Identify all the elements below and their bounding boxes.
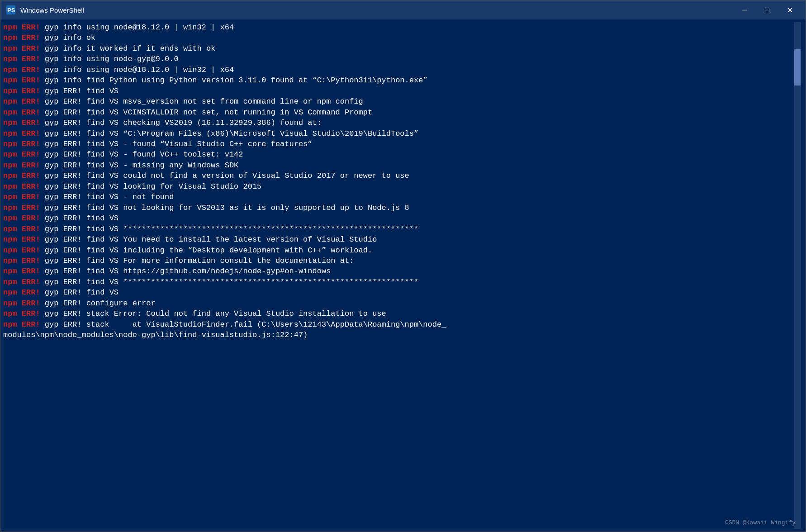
- terminal-line-text: gyp ERR! find VS could not find a versio…: [45, 171, 409, 181]
- window-title: Windows PowerShell: [20, 6, 84, 14]
- terminal-line-text: gyp ERR! find VS: [45, 213, 119, 223]
- terminal-line: npm ERR! gyp info using node@18.12.0 | w…: [3, 65, 794, 75]
- terminal-line-text: gyp ERR! find VS You need to install the…: [45, 234, 377, 245]
- npm-err-prefix: npm ERR!: [3, 149, 45, 160]
- terminal-line-text: gyp info using node-gyp@9.0.0: [45, 54, 179, 64]
- terminal-line: npm ERR! gyp ERR! find VS - found “Visua…: [3, 139, 794, 149]
- npm-err-prefix: npm ERR!: [3, 118, 45, 128]
- npm-err-prefix: npm ERR!: [3, 33, 45, 43]
- terminal-line-text: gyp ERR! find VS looking for Visual Stud…: [45, 181, 261, 192]
- titlebar: PS Windows PowerShell ─ □ ✕: [0, 0, 806, 19]
- terminal-line: npm ERR! gyp ERR! find VS **************…: [3, 277, 794, 287]
- terminal-line: npm ERR! gyp ERR! find VS “C:\Program Fi…: [3, 128, 794, 139]
- terminal-line-text: gyp ERR! find VS ***********************…: [45, 277, 418, 287]
- terminal-line: npm ERR! gyp ERR! find VS: [3, 86, 794, 96]
- terminal-line: modules\npm\node_modules\node-gyp\lib\fi…: [3, 330, 794, 340]
- terminal-line-text: modules\npm\node_modules\node-gyp\lib\fi…: [3, 330, 308, 340]
- terminal-line-text: gyp info using node@18.12.0 | win32 | x6…: [45, 22, 234, 33]
- npm-err-prefix: npm ERR!: [3, 171, 45, 181]
- npm-err-prefix: npm ERR!: [3, 298, 45, 309]
- terminal-line-text: gyp ERR! find VS: [45, 287, 119, 298]
- terminal-line: npm ERR! gyp ERR! find VS looking for Vi…: [3, 181, 794, 192]
- terminal-content: npm ERR! gyp info using node@18.12.0 | w…: [3, 22, 794, 529]
- terminal-line: npm ERR! gyp ERR! find VS: [3, 287, 794, 298]
- npm-err-prefix: npm ERR!: [3, 213, 45, 223]
- terminal-line-text: gyp ERR! find VS: [45, 86, 119, 96]
- npm-err-prefix: npm ERR!: [3, 181, 45, 192]
- npm-err-prefix: npm ERR!: [3, 245, 45, 256]
- powershell-icon: PS: [6, 5, 16, 15]
- terminal-line: npm ERR! gyp ERR! find VS not looking fo…: [3, 203, 794, 213]
- scrollbar-thumb[interactable]: [794, 49, 801, 86]
- terminal-line: npm ERR! gyp ERR! find VS - not found: [3, 192, 794, 202]
- npm-err-prefix: npm ERR!: [3, 224, 45, 234]
- watermark: CSDN @Kawaii Wingify: [725, 519, 796, 526]
- terminal-line: npm ERR! gyp ERR! find VS - missing any …: [3, 160, 794, 171]
- close-button[interactable]: ✕: [779, 3, 800, 17]
- npm-err-prefix: npm ERR!: [3, 287, 45, 298]
- terminal-line: npm ERR! gyp ERR! find VS could not find…: [3, 171, 794, 181]
- minimize-button[interactable]: ─: [734, 3, 755, 17]
- terminal-line: npm ERR! gyp ERR! find VS VCINSTALLDIR n…: [3, 107, 794, 118]
- terminal-line-text: gyp ERR! stack Error: Could not find any…: [45, 309, 386, 319]
- npm-err-prefix: npm ERR!: [3, 192, 45, 202]
- terminal-line-text: gyp ERR! find VS - found VC++ toolset: v…: [45, 149, 243, 160]
- terminal-line-text: gyp ERR! stack at VisualStudioFinder.fai…: [45, 319, 446, 330]
- npm-err-prefix: npm ERR!: [3, 234, 45, 245]
- svg-text:PS: PS: [7, 7, 15, 14]
- npm-err-prefix: npm ERR!: [3, 139, 45, 149]
- terminal-line: npm ERR! gyp ERR! find VS For more infor…: [3, 256, 794, 266]
- terminal-line-text: gyp ERR! find VS https://github.com/node…: [45, 266, 331, 276]
- terminal-line-text: gyp ERR! find VS VCINSTALLDIR not set, n…: [45, 107, 372, 118]
- npm-err-prefix: npm ERR!: [3, 128, 45, 139]
- npm-err-prefix: npm ERR!: [3, 203, 45, 213]
- terminal-line: npm ERR! gyp ERR! find VS You need to in…: [3, 234, 794, 245]
- terminal-line-text: gyp ERR! find VS “C:\Program Files (x86)…: [45, 128, 418, 139]
- npm-err-prefix: npm ERR!: [3, 75, 45, 86]
- npm-err-prefix: npm ERR!: [3, 43, 45, 54]
- terminal-body: npm ERR! gyp info using node@18.12.0 | w…: [0, 19, 806, 532]
- terminal-line-text: gyp ERR! find VS ***********************…: [45, 224, 418, 234]
- npm-err-prefix: npm ERR!: [3, 96, 45, 107]
- npm-err-prefix: npm ERR!: [3, 160, 45, 171]
- terminal-line: npm ERR! gyp ERR! find VS: [3, 213, 794, 223]
- terminal-line: npm ERR! gyp ERR! configure error: [3, 298, 794, 309]
- terminal-line-text: gyp ERR! find VS including the “Desktop …: [45, 245, 372, 256]
- npm-err-prefix: npm ERR!: [3, 65, 45, 75]
- terminal-line: npm ERR! gyp info find Python using Pyth…: [3, 75, 794, 86]
- terminal-line-text: gyp ERR! find VS For more information co…: [45, 256, 354, 266]
- terminal-line: npm ERR! gyp ERR! find VS msvs_version n…: [3, 96, 794, 107]
- terminal-line: npm ERR! gyp ERR! find VS **************…: [3, 224, 794, 234]
- npm-err-prefix: npm ERR!: [3, 256, 45, 266]
- maximize-button[interactable]: □: [757, 3, 778, 17]
- npm-err-prefix: npm ERR!: [3, 277, 45, 287]
- terminal-line-text: gyp info it worked if it ends with ok: [45, 43, 215, 54]
- terminal-line-text: gyp info ok: [45, 33, 95, 43]
- npm-err-prefix: npm ERR!: [3, 107, 45, 118]
- terminal-line-text: gyp ERR! configure error: [45, 298, 156, 309]
- npm-err-prefix: npm ERR!: [3, 22, 45, 33]
- npm-err-prefix: npm ERR!: [3, 319, 45, 330]
- terminal-line: npm ERR! gyp info it worked if it ends w…: [3, 43, 794, 54]
- terminal-line: npm ERR! gyp ERR! find VS checking VS201…: [3, 118, 794, 128]
- terminal-line: npm ERR! gyp ERR! find VS - found VC++ t…: [3, 149, 794, 160]
- terminal-line-text: gyp ERR! find VS - missing any Windows S…: [45, 160, 238, 171]
- terminal-line-text: gyp ERR! find VS checking VS2019 (16.11.…: [45, 118, 322, 128]
- terminal-line: npm ERR! gyp ERR! find VS including the …: [3, 245, 794, 256]
- terminal-line-text: gyp ERR! find VS - not found: [45, 192, 174, 202]
- terminal-line-text: gyp ERR! find VS not looking for VS2013 …: [45, 203, 409, 213]
- powershell-window: PS Windows PowerShell ─ □ ✕ npm ERR! gyp…: [0, 0, 806, 532]
- npm-err-prefix: npm ERR!: [3, 309, 45, 319]
- terminal-line: npm ERR! gyp info using node@18.12.0 | w…: [3, 22, 794, 33]
- terminal-line-text: gyp ERR! find VS - found “Visual Studio …: [45, 139, 313, 149]
- terminal-line: npm ERR! gyp ERR! stack at VisualStudioF…: [3, 319, 794, 330]
- npm-err-prefix: npm ERR!: [3, 266, 45, 276]
- npm-err-prefix: npm ERR!: [3, 54, 45, 64]
- npm-err-prefix: npm ERR!: [3, 86, 45, 96]
- terminal-line: npm ERR! gyp info using node-gyp@9.0.0: [3, 54, 794, 64]
- scrollbar[interactable]: [794, 22, 801, 529]
- window-controls: ─ □ ✕: [734, 3, 800, 17]
- terminal-line: npm ERR! gyp ERR! stack Error: Could not…: [3, 309, 794, 319]
- terminal-line-text: gyp ERR! find VS msvs_version not set fr…: [45, 96, 363, 107]
- terminal-line-text: gyp info find Python using Python versio…: [45, 75, 428, 86]
